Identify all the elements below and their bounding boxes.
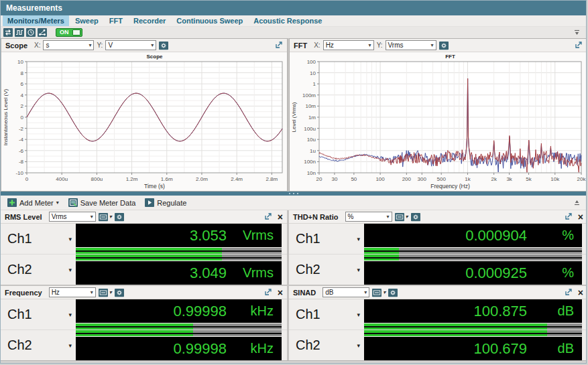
regulate-button[interactable]: Regulate	[141, 196, 190, 210]
chevron-down-icon: ▾	[68, 236, 72, 242]
tab-acoustic-response[interactable]: Acoustic Response	[249, 15, 327, 26]
sinad-ch1-selector[interactable]: Ch1▾	[289, 299, 364, 330]
close-icon[interactable]: ×	[278, 288, 283, 297]
monitor-nodes-icon[interactable]	[38, 28, 47, 37]
tab-sweep[interactable]: Sweep	[70, 15, 103, 26]
display-mode-icon[interactable]	[372, 288, 381, 297]
close-icon[interactable]: ×	[578, 212, 583, 222]
thdn-ch1-bar	[364, 248, 582, 254]
svg-text:20: 20	[316, 176, 322, 182]
chevron-down-icon[interactable]: ▾	[383, 289, 386, 295]
frequency-unit-select[interactable]: Hz▾	[49, 287, 96, 297]
svg-text:6: 6	[21, 81, 24, 87]
close-icon[interactable]: ×	[578, 288, 583, 297]
scope-x-unit-select[interactable]: s▾	[43, 40, 94, 50]
svg-text:1: 1	[313, 81, 316, 87]
chevron-down-icon[interactable]: ▾	[109, 214, 112, 220]
scope-popout-icon[interactable]	[275, 40, 283, 52]
rms-settings-gear-icon[interactable]	[115, 212, 124, 221]
chevron-down-icon: ▾	[68, 342, 72, 349]
svg-text:0: 0	[21, 115, 24, 121]
chevron-down-icon: ▾	[364, 289, 367, 295]
frequency-ch1-selector[interactable]: Ch1▾	[1, 299, 76, 330]
fft-settings-gear-icon[interactable]	[439, 41, 449, 50]
rms-ch2-bar	[76, 254, 282, 261]
rms-ch2-row: Ch2▾ 3.049Vrms	[1, 254, 287, 285]
fft-y-unit-select[interactable]: Vrms▾	[386, 40, 436, 50]
popout-icon[interactable]	[264, 287, 272, 299]
io-swap-icon[interactable]	[3, 28, 13, 37]
thdn-settings-gear-icon[interactable]	[411, 212, 420, 221]
scope-chart: 0400u800u1.2m1.6m2.0m2.4m2.8m-10-8-6-4-2…	[1, 52, 287, 191]
rms-level-header: RMS Level Vrms▾ ▾ ×	[1, 210, 287, 224]
autohide-up-icon[interactable]	[573, 199, 583, 206]
fft-y-label: Y:	[377, 42, 383, 49]
svg-text:-4: -4	[19, 137, 24, 143]
generator-on-toggle[interactable]: ON	[56, 28, 82, 37]
chevron-down-icon: ▾	[369, 42, 371, 48]
thdn-ch2-display: 0.000925%	[364, 261, 582, 285]
tab-fft[interactable]: FFT	[105, 15, 127, 26]
thdn-ch2-selector[interactable]: Ch2▾	[289, 254, 364, 285]
thdn-header: THD+N Ratio %▾ ▾ ×	[289, 210, 587, 224]
frequency-ch2-selector[interactable]: Ch2▾	[1, 330, 76, 360]
close-icon[interactable]: ×	[278, 212, 283, 222]
save-meter-data-button[interactable]: Save Meter Data	[64, 196, 140, 210]
frequency-ch1-display: 0.99998kHz	[76, 299, 282, 323]
display-mode-icon[interactable]	[395, 212, 404, 221]
display-mode-icon[interactable]	[99, 212, 108, 221]
frequency-ch1-bar	[76, 323, 282, 330]
fft-x-unit-select[interactable]: Hz▾	[323, 40, 374, 50]
frequency-settings-gear-icon[interactable]	[115, 288, 124, 297]
scope-y-unit-select[interactable]: V▾	[105, 40, 156, 50]
generator-wave-icon[interactable]	[15, 28, 24, 37]
thdn-ch1-selector[interactable]: Ch1▾	[289, 224, 364, 254]
chevron-down-icon: ▾	[91, 289, 93, 295]
autohide-down-icon[interactable]	[573, 29, 583, 36]
display-mode-icon[interactable]	[99, 288, 108, 297]
svg-text:3k: 3k	[506, 176, 512, 182]
popout-icon[interactable]	[264, 211, 272, 223]
status-strip	[1, 360, 586, 364]
sinad-ch2-bar	[364, 330, 582, 336]
popout-icon[interactable]	[565, 211, 573, 223]
svg-text:-8: -8	[19, 159, 24, 165]
toggle-knob	[72, 29, 80, 35]
frequency-ch1-row: Ch1▾ 0.99998kHz	[1, 299, 287, 330]
tab-continuous-sweep[interactable]: Continuous Sweep	[172, 15, 247, 26]
clock-icon[interactable]	[26, 28, 36, 37]
rms-ch2-display: 3.049Vrms	[76, 261, 282, 285]
svg-text:FFT: FFT	[445, 54, 455, 60]
thdn-ch1-display: 0.000904%	[364, 224, 582, 247]
rms-ch2-selector[interactable]: Ch2▾	[1, 254, 76, 285]
tab-monitors-meters[interactable]: Monitors/Meters	[3, 15, 69, 26]
sinad-header: SINAD dB▾ ▾ ×	[289, 286, 587, 299]
thdn-ch2-row: Ch2▾ 0.000925%	[289, 254, 587, 285]
rms-unit-select[interactable]: Vrms▾	[49, 212, 96, 222]
sinad-settings-gear-icon[interactable]	[388, 288, 398, 297]
scope-y-label: Y:	[97, 42, 103, 49]
svg-text:1.6m: 1.6m	[161, 176, 173, 182]
svg-text:10: 10	[17, 59, 23, 65]
svg-text:-6: -6	[19, 148, 24, 154]
sinad-ch2-selector[interactable]: Ch2▾	[289, 330, 364, 360]
popout-icon[interactable]	[565, 287, 573, 299]
sinad-ch1-display: 100.875dB	[364, 299, 582, 323]
chevron-down-icon: ▾	[357, 342, 360, 349]
measurement-tabbar: Monitors/Meters Sweep FFT Recorder Conti…	[1, 15, 586, 27]
rms-ch1-selector[interactable]: Ch1▾	[1, 224, 76, 254]
sinad-unit-select[interactable]: dB▾	[322, 287, 369, 297]
chevron-down-icon: ▾	[68, 267, 72, 273]
svg-text:2.8m: 2.8m	[266, 176, 278, 182]
svg-text:0: 0	[25, 176, 29, 182]
svg-text:500: 500	[437, 176, 447, 182]
fft-popout-icon[interactable]	[575, 40, 583, 52]
add-meter-button[interactable]: Add Meter▾	[3, 196, 63, 210]
chevron-down-icon[interactable]: ▾	[109, 289, 112, 295]
thdn-unit-select[interactable]: %▾	[345, 212, 392, 222]
chevron-down-icon[interactable]: ▾	[406, 214, 408, 220]
tab-recorder[interactable]: Recorder	[129, 15, 170, 26]
meter-title: Frequency	[5, 289, 42, 297]
svg-text:Frequency (Hz): Frequency (Hz)	[430, 183, 470, 190]
scope-settings-gear-icon[interactable]	[159, 41, 168, 50]
